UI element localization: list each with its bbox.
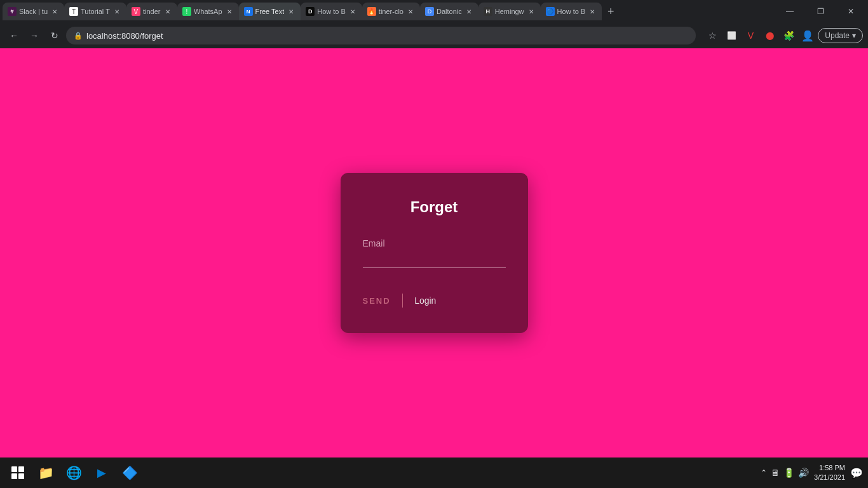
taskbar-vector[interactable]: 🔷 [117,460,142,485]
favicon-dev: D [306,7,315,16]
page-content: Forget Email SEND Login [0,48,868,458]
favicon-tutorial: T [69,7,78,16]
address-actions: ☆ ⬜ V ⬤ 🧩 👤 Update ▾ [703,27,863,44]
tab-title-slack: Slack | tu [19,8,48,15]
forget-title: Forget [363,198,506,216]
bookmark-button[interactable]: ☆ [703,27,721,44]
forget-card: Forget Email SEND Login [341,173,528,333]
tab-title-daltonic: Daltonic [437,8,462,15]
tab-title-tinder: tinder [143,8,161,15]
tab-tiner-clo[interactable]: 🔥 tiner-clo ✕ [362,3,420,20]
taskbar-chrome[interactable]: 🌐 [61,460,86,485]
forward-button[interactable]: → [25,27,43,44]
update-button[interactable]: Update ▾ [818,28,863,43]
tab-close-tutorial[interactable]: ✕ [112,7,121,16]
favicon-whatsapp: ! [182,7,191,16]
clock-time: 1:58 PM [814,463,845,473]
taskbar-right: ⌃ 🖥 🔋 🔊 1:58 PM 3/21/2021 💬 [761,463,863,483]
profile-avatar[interactable]: 👤 [799,27,817,44]
tab-whatsapp[interactable]: ! WhatsAp ✕ [177,3,239,20]
minimize-button[interactable]: — [775,0,804,23]
window-controls: — ❐ ✕ [775,0,865,23]
network-icon: 🖥 [771,468,780,478]
tab-daltonic[interactable]: D Daltonic ✕ [420,3,478,20]
tab-freetext[interactable]: N Free Text ✕ [239,3,301,20]
close-button[interactable]: ✕ [836,0,865,23]
lock-icon: 🔒 [74,32,83,40]
reload-button[interactable]: ↻ [46,27,64,44]
tab-title-tiner-clo: tiner-clo [379,8,403,15]
address-text: localhost:8080/forget [86,31,688,41]
tab-tinder[interactable]: V tinder ✕ [126,3,177,20]
address-input-wrapper[interactable]: 🔒 localhost:8080/forget [66,27,696,44]
tab-close-howto2[interactable]: ✕ [588,7,597,16]
tab-dev[interactable]: D How to B ✕ [301,3,362,20]
favicon-daltonic: D [425,7,434,16]
tab-close-tinder[interactable]: ✕ [163,7,172,16]
favicon-howto2: 🔵 [546,7,555,16]
chevron-up-icon[interactable]: ⌃ [761,468,767,477]
windows-icon [11,466,24,479]
extensions-button[interactable]: ⬜ [722,27,740,44]
tab-title-howto2: How to B [557,8,586,15]
new-tab-button[interactable]: + [602,3,620,20]
tab-close-whatsapp[interactable]: ✕ [225,7,234,16]
back-button[interactable]: ← [5,27,23,44]
adblock-icon[interactable]: ⬤ [761,27,778,44]
favicon-freetext: N [244,7,253,16]
tab-close-daltonic[interactable]: ✕ [465,7,473,16]
clock[interactable]: 1:58 PM 3/21/2021 [814,463,845,483]
tab-close-tiner-clo[interactable]: ✕ [406,7,415,16]
favicon-slack: # [8,7,17,16]
tab-howto2[interactable]: 🔵 How to B ✕ [541,3,602,20]
tab-title-hemingway: Hemingw [495,8,524,15]
system-icons: ⌃ 🖥 🔋 🔊 [761,468,809,478]
send-button[interactable]: SEND [363,296,391,306]
taskbar-files[interactable]: 📁 [33,460,58,485]
maximize-button[interactable]: ❐ [806,0,835,23]
taskbar-vscode[interactable]: ▶ [89,460,114,485]
tab-title-dev: How to B [317,8,346,15]
tab-title-freetext: Free Text [255,8,285,15]
vivaldi-icon[interactable]: V [742,27,759,44]
tab-close-slack[interactable]: ✕ [50,7,59,16]
update-label: Update [825,31,850,40]
tab-tutorial[interactable]: T Tutorial T ✕ [64,3,126,20]
tab-bar: # Slack | tu ✕ T Tutorial T ✕ V tinder ✕… [0,0,868,23]
tab-title-whatsapp: WhatsAp [194,8,222,15]
speaker-icon: 🔊 [798,468,809,478]
login-link[interactable]: Login [414,295,436,306]
tab-close-dev[interactable]: ✕ [348,7,357,16]
puzzle-icon[interactable]: 🧩 [780,27,797,44]
favicon-tiner-clo: 🔥 [367,7,376,16]
email-input[interactable] [363,252,506,268]
tab-title-tutorial: Tutorial T [81,8,110,15]
clock-date: 3/21/2021 [814,473,845,482]
address-bar: ← → ↻ 🔒 localhost:8080/forget ☆ ⬜ V ⬤ 🧩 … [0,23,868,48]
notification-icon[interactable]: 💬 [850,467,863,479]
tab-slack[interactable]: # Slack | tu ✕ [3,3,64,20]
favicon-tinder: V [132,7,140,16]
tab-close-freetext[interactable]: ✕ [287,7,295,16]
start-button[interactable] [5,460,31,485]
actions-divider [402,294,403,308]
card-actions: SEND Login [363,294,506,308]
favicon-hemingway: H [484,7,492,16]
browser-chrome: # Slack | tu ✕ T Tutorial T ✕ V tinder ✕… [0,0,868,48]
taskbar: 📁 🌐 ▶ 🔷 ⌃ 🖥 🔋 🔊 1:58 PM 3/21/2021 💬 [0,458,868,488]
tab-hemingway[interactable]: H Hemingw ✕ [478,3,541,20]
email-label: Email [363,238,506,248]
tab-close-hemingway[interactable]: ✕ [527,7,536,16]
battery-icon: 🔋 [783,468,794,478]
update-chevron-icon: ▾ [852,31,856,40]
